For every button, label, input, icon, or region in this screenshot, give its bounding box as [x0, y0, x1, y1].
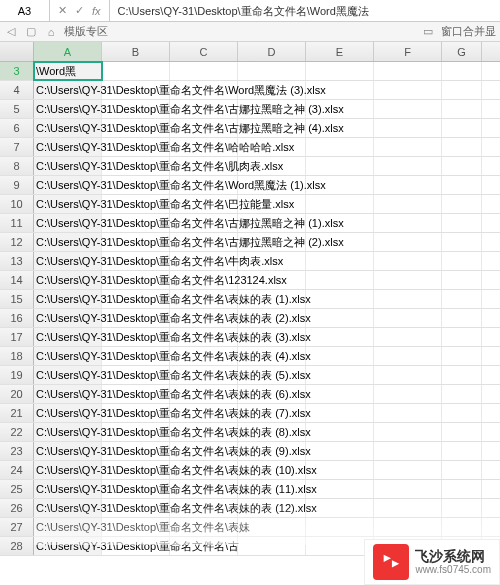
cell[interactable] [374, 157, 442, 175]
cell[interactable]: C:\Users\QY-31\Desktop\重命名文件名\哈哈哈哈.xlsx [34, 138, 102, 156]
cell[interactable] [374, 195, 442, 213]
cell[interactable]: \Word黑 [34, 62, 102, 80]
cell[interactable] [442, 499, 482, 517]
cell[interactable]: C:\Users\QY-31\Desktop\重命名文件名\表妹的表 (1).x… [34, 290, 102, 308]
cell[interactable] [306, 385, 374, 403]
cell[interactable]: C:\Users\QY-31\Desktop\重命名文件名\表妹的表 (9).x… [34, 442, 102, 460]
cell[interactable] [306, 157, 374, 175]
cell[interactable] [374, 119, 442, 137]
cell[interactable] [442, 309, 482, 327]
column-header-f[interactable]: F [374, 42, 442, 61]
cell[interactable] [374, 62, 442, 80]
cell[interactable] [306, 62, 374, 80]
cell[interactable]: C:\Users\QY-31\Desktop\重命名文件名\肌肉表.xlsx [34, 157, 102, 175]
cell[interactable] [442, 119, 482, 137]
cell[interactable] [170, 62, 238, 80]
row-header[interactable]: 16 [0, 309, 34, 327]
cell[interactable]: C:\Users\QY-31\Desktop\重命名文件名\表妹的表 (11).… [34, 480, 102, 498]
select-all-corner[interactable] [0, 42, 34, 61]
cell[interactable] [306, 328, 374, 346]
cell[interactable] [374, 138, 442, 156]
row-header[interactable]: 28 [0, 537, 34, 555]
row-header[interactable]: 7 [0, 138, 34, 156]
cell[interactable] [442, 480, 482, 498]
row-header[interactable]: 21 [0, 404, 34, 422]
cell[interactable] [306, 309, 374, 327]
cell[interactable] [238, 62, 306, 80]
cell[interactable] [374, 271, 442, 289]
cell[interactable] [442, 195, 482, 213]
cell[interactable] [306, 271, 374, 289]
cell[interactable] [306, 195, 374, 213]
column-header-b[interactable]: B [102, 42, 170, 61]
template-area-label[interactable]: 模版专区 [64, 24, 108, 39]
cell[interactable] [306, 404, 374, 422]
cell[interactable]: C:\Users\QY-31\Desktop\重命名文件名\古 [34, 537, 102, 555]
cell[interactable] [442, 404, 482, 422]
row-header[interactable]: 14 [0, 271, 34, 289]
row-header[interactable]: 23 [0, 442, 34, 460]
cell[interactable] [374, 461, 442, 479]
cell[interactable] [442, 138, 482, 156]
name-box[interactable]: A3 [0, 0, 50, 21]
row-header[interactable]: 3 [0, 62, 34, 80]
cell[interactable] [374, 290, 442, 308]
cell[interactable] [306, 347, 374, 365]
row-header[interactable]: 27 [0, 518, 34, 536]
cell[interactable]: C:\Users\QY-31\Desktop\重命名文件名\牛肉表.xlsx [34, 252, 102, 270]
cell[interactable] [442, 328, 482, 346]
row-header[interactable]: 11 [0, 214, 34, 232]
cell[interactable] [374, 480, 442, 498]
row-header[interactable]: 19 [0, 366, 34, 384]
merge-window-icon[interactable]: ▭ [421, 24, 435, 38]
cell[interactable] [442, 271, 482, 289]
row-header[interactable]: 20 [0, 385, 34, 403]
cell[interactable] [442, 290, 482, 308]
cell[interactable]: C:\Users\QY-31\Desktop\重命名文件名\表妹的表 (2).x… [34, 309, 102, 327]
merge-window-label[interactable]: 窗口合并显 [441, 24, 496, 39]
cell[interactable] [374, 499, 442, 517]
cell[interactable] [374, 442, 442, 460]
cell[interactable] [374, 423, 442, 441]
column-header-a[interactable]: A [34, 42, 102, 61]
cell[interactable]: C:\Users\QY-31\Desktop\重命名文件名\Word黑魔法 (1… [34, 176, 102, 194]
cell[interactable] [374, 385, 442, 403]
cell[interactable] [442, 100, 482, 118]
row-header[interactable]: 10 [0, 195, 34, 213]
row-header[interactable]: 5 [0, 100, 34, 118]
cell[interactable] [306, 138, 374, 156]
row-header[interactable]: 12 [0, 233, 34, 251]
cell[interactable]: C:\Users\QY-31\Desktop\重命名文件名\古娜拉黑暗之神 (2… [34, 233, 102, 251]
row-header[interactable]: 8 [0, 157, 34, 175]
row-header[interactable]: 25 [0, 480, 34, 498]
cell[interactable] [442, 366, 482, 384]
column-header-d[interactable]: D [238, 42, 306, 61]
cell[interactable] [442, 461, 482, 479]
cell[interactable] [374, 233, 442, 251]
cell[interactable]: C:\Users\QY-31\Desktop\重命名文件名\表妹的表 (8).x… [34, 423, 102, 441]
cell[interactable]: C:\Users\QY-31\Desktop\重命名文件名\古娜拉黑暗之神 (3… [34, 100, 102, 118]
cell[interactable] [102, 62, 170, 80]
cell[interactable]: C:\Users\QY-31\Desktop\重命名文件名\表妹的表 (12).… [34, 499, 102, 517]
cell[interactable] [442, 423, 482, 441]
cell[interactable]: C:\Users\QY-31\Desktop\重命名文件名\古娜拉黑暗之神 (4… [34, 119, 102, 137]
row-header[interactable]: 15 [0, 290, 34, 308]
row-header[interactable]: 9 [0, 176, 34, 194]
cell[interactable] [238, 537, 306, 555]
cell[interactable]: C:\Users\QY-31\Desktop\重命名文件名\表妹的表 (4).x… [34, 347, 102, 365]
cell[interactable] [374, 81, 442, 99]
home-icon[interactable]: ⌂ [44, 25, 58, 39]
cancel-icon[interactable]: ✕ [54, 4, 71, 17]
accept-icon[interactable]: ✓ [71, 4, 88, 17]
row-header[interactable]: 13 [0, 252, 34, 270]
cell[interactable] [374, 366, 442, 384]
cell[interactable] [374, 309, 442, 327]
column-header-g[interactable]: G [442, 42, 482, 61]
cell[interactable]: C:\Users\QY-31\Desktop\重命名文件名\表妹 [34, 518, 102, 536]
cell[interactable] [306, 518, 374, 536]
cell[interactable] [442, 233, 482, 251]
cell[interactable] [306, 366, 374, 384]
cell[interactable] [442, 62, 482, 80]
cell[interactable] [374, 328, 442, 346]
cell[interactable] [442, 385, 482, 403]
